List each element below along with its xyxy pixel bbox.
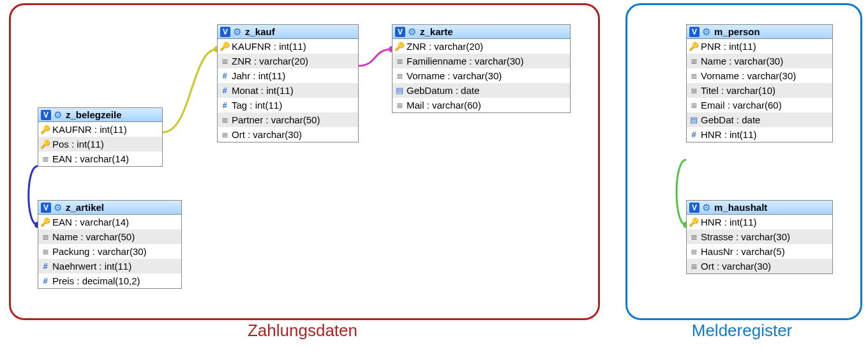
gear-icon: ⚙ — [54, 203, 62, 212]
table-row: ≣Ort : varchar(30) — [687, 259, 832, 273]
table-header: V ⚙ z_belegzeile — [38, 108, 162, 122]
text-icon: ≣ — [394, 71, 405, 81]
table-row: ≣Name : varchar(50) — [38, 229, 181, 244]
key-icon: 🔑 — [219, 42, 230, 51]
view-badge-icon: V — [220, 27, 230, 37]
hash-icon: # — [219, 71, 230, 81]
table-row: ≣ZNR : varchar(20) — [218, 54, 358, 68]
table-header: V ⚙ z_karte — [393, 25, 570, 39]
column-label: HNR : int(11) — [700, 129, 757, 140]
table-row: ≣Mail : varchar(60) — [393, 98, 570, 112]
column-label: Jahr : int(11) — [230, 70, 285, 81]
column-label: ZNR : varchar(20) — [230, 56, 308, 66]
hash-icon: # — [40, 261, 51, 271]
group-melderegister-label: Melderegister — [625, 321, 858, 341]
column-label: PNR : int(11) — [700, 41, 756, 52]
text-icon: ≣ — [688, 86, 700, 95]
table-row: ≣Vorname : varchar(30) — [687, 68, 832, 83]
column-label: Naehrwert : int(11) — [51, 261, 131, 272]
table-row: 🔑HNR : int(11) — [687, 215, 832, 229]
text-icon: ≣ — [688, 261, 700, 271]
column-label: Familienname : varchar(30) — [405, 56, 523, 66]
column-label: Tag : int(11) — [230, 100, 282, 111]
hash-icon: # — [219, 86, 230, 95]
table-title: z_belegzeile — [64, 109, 122, 120]
key-icon: 🔑 — [40, 217, 51, 227]
table-row: ▤GebDat : date — [687, 112, 832, 127]
table-z-karte: V ⚙ z_karte 🔑ZNR : varchar(20)≣Familienn… — [392, 24, 571, 113]
column-label: Preis : decimal(10,2) — [51, 275, 140, 286]
view-badge-icon: V — [689, 203, 700, 213]
table-row: ≣Familienname : varchar(30) — [393, 54, 570, 68]
column-label: Monat : int(11) — [230, 85, 294, 96]
table-title: z_kauf — [244, 26, 275, 37]
gear-icon: ⚙ — [408, 27, 416, 36]
column-label: KAUFNR : int(11) — [230, 41, 306, 52]
column-label: Partner : varchar(50) — [230, 114, 320, 125]
table-row: #Naehrwert : int(11) — [38, 259, 181, 273]
text-icon: ≣ — [394, 56, 405, 66]
table-row: ≣Strasse : varchar(30) — [687, 229, 832, 244]
table-m-person: V ⚙ m_person 🔑PNR : int(11)≣Name : varch… — [686, 24, 833, 142]
column-label: Ort : varchar(30) — [700, 261, 771, 272]
column-label: KAUFNR : int(11) — [51, 124, 127, 135]
hash-icon: # — [40, 276, 51, 286]
table-row: 🔑PNR : int(11) — [687, 39, 832, 54]
column-label: Name : varchar(50) — [51, 231, 135, 242]
text-icon: ≣ — [219, 115, 230, 125]
table-header: V ⚙ m_haushalt — [687, 201, 832, 215]
view-badge-icon: V — [395, 27, 405, 37]
view-badge-icon: V — [689, 27, 700, 37]
table-row: ≣HausNr : varchar(5) — [687, 244, 832, 259]
table-header: V ⚙ z_kauf — [218, 25, 358, 39]
table-row: ≣Email : varchar(60) — [687, 98, 832, 112]
gear-icon: ⚙ — [702, 27, 710, 36]
table-row: ≣Vorname : varchar(30) — [393, 68, 570, 83]
table-row: ▤GebDatum : date — [393, 83, 570, 98]
column-label: EAN : varchar(14) — [51, 153, 129, 164]
table-title: m_haushalt — [713, 202, 767, 213]
view-badge-icon: V — [41, 203, 51, 213]
table-row: ≣Partner : varchar(50) — [218, 112, 358, 127]
hash-icon: # — [688, 130, 700, 139]
table-row: 🔑ZNR : varchar(20) — [393, 39, 570, 54]
column-label: GebDatum : date — [405, 85, 479, 96]
text-icon: ≣ — [394, 100, 405, 110]
column-label: Strasse : varchar(30) — [700, 231, 790, 242]
view-badge-icon: V — [41, 110, 51, 120]
key-icon: 🔑 — [688, 42, 700, 51]
group-zahlungsdaten-label: Zahlungsdaten — [9, 321, 596, 341]
column-label: Vorname : varchar(30) — [700, 70, 796, 81]
column-label: ZNR : varchar(20) — [405, 41, 483, 52]
table-body: 🔑HNR : int(11)≣Strasse : varchar(30)≣Hau… — [687, 215, 832, 273]
table-row: ≣Titel : varchar(10) — [687, 83, 832, 98]
text-icon: ≣ — [688, 56, 700, 66]
date-icon: ▤ — [394, 86, 405, 95]
table-title: z_karte — [419, 26, 453, 37]
key-icon: 🔑 — [40, 139, 51, 149]
text-icon: ≣ — [219, 130, 230, 139]
gear-icon: ⚙ — [702, 203, 710, 212]
gear-icon: ⚙ — [233, 27, 241, 36]
table-z-kauf: V ⚙ z_kauf 🔑KAUFNR : int(11)≣ZNR : varch… — [217, 24, 359, 142]
table-body: 🔑EAN : varchar(14)≣Name : varchar(50)≣Pa… — [38, 215, 181, 288]
table-m-haushalt: V ⚙ m_haushalt 🔑HNR : int(11)≣Strasse : … — [686, 200, 833, 274]
table-row: 🔑KAUFNR : int(11) — [38, 122, 162, 137]
column-label: GebDat : date — [700, 114, 760, 125]
table-body: 🔑KAUFNR : int(11)≣ZNR : varchar(20)#Jahr… — [218, 39, 358, 142]
table-row: ≣Packung : varchar(30) — [38, 244, 181, 259]
gear-icon: ⚙ — [54, 110, 62, 119]
table-row: #HNR : int(11) — [687, 127, 832, 142]
table-row: #Tag : int(11) — [218, 98, 358, 112]
column-label: Email : varchar(60) — [700, 100, 782, 111]
table-title: m_person — [713, 26, 760, 37]
table-row: #Jahr : int(11) — [218, 68, 358, 83]
table-z-artikel: V ⚙ z_artikel 🔑EAN : varchar(14)≣Name : … — [38, 200, 182, 289]
hash-icon: # — [219, 100, 230, 110]
table-row: #Monat : int(11) — [218, 83, 358, 98]
column-label: Ort : varchar(30) — [230, 129, 302, 140]
column-label: Vorname : varchar(30) — [405, 70, 502, 81]
table-body: 🔑KAUFNR : int(11)🔑Pos : int(11)≣EAN : va… — [38, 122, 162, 166]
text-icon: ≣ — [688, 232, 700, 242]
date-icon: ▤ — [688, 115, 700, 125]
